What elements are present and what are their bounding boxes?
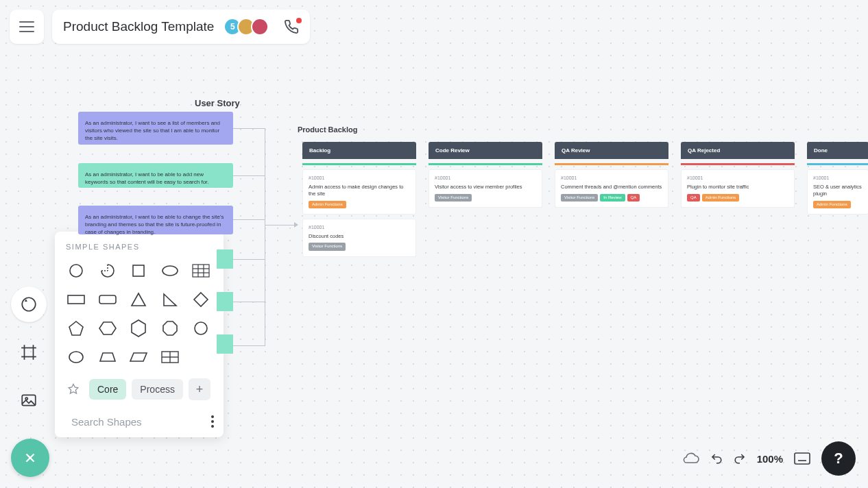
connector-line xyxy=(265,225,296,225)
menu-button[interactable] xyxy=(10,10,44,44)
title-bar: Product Backlog Template 5 xyxy=(52,10,310,44)
pin-icon xyxy=(67,383,80,395)
tag-row: Visitor Functions xyxy=(309,243,410,250)
card-text: SEO & user analytics plugin xyxy=(813,184,863,197)
image-icon xyxy=(20,391,38,409)
pin-button[interactable] xyxy=(63,379,84,400)
column-accent xyxy=(429,163,542,165)
column-header[interactable]: Code Review xyxy=(429,142,542,159)
column-header[interactable]: Backlog xyxy=(302,142,416,159)
redo-button[interactable] xyxy=(734,452,746,465)
keyboard-icon xyxy=(794,452,810,465)
more-options-button[interactable] xyxy=(208,413,217,430)
shape-rectangle[interactable] xyxy=(63,288,89,311)
zoom-level[interactable]: 100% xyxy=(757,453,783,465)
shape-arc[interactable] xyxy=(95,259,121,282)
image-tool[interactable] xyxy=(11,382,47,418)
document-title[interactable]: Product Backlog Template xyxy=(63,19,214,34)
frame-tool[interactable] xyxy=(11,334,47,370)
connector-line xyxy=(233,128,265,129)
keyboard-shortcuts-button[interactable] xyxy=(794,452,810,465)
connector-line xyxy=(233,175,265,176)
card-tag[interactable]: Admin Functions xyxy=(813,201,851,208)
shape-hexagon-vert[interactable] xyxy=(125,317,152,340)
story-card[interactable] xyxy=(217,334,233,354)
undo-icon xyxy=(710,452,723,465)
shape-octagon[interactable] xyxy=(157,317,183,340)
tag-row: Visitor Functions xyxy=(435,194,536,202)
shapes-panel: SIMPLE SHAPES Core Process + xyxy=(55,232,224,437)
help-button[interactable]: ? xyxy=(821,441,856,476)
story-card[interactable] xyxy=(217,292,233,311)
svg-point-23 xyxy=(195,322,207,334)
close-panel-button[interactable] xyxy=(11,439,49,477)
card-tag[interactable]: Visitor Functions xyxy=(435,194,472,202)
card-text: Admin access to make design changes to t… xyxy=(309,184,410,197)
shape-grid[interactable] xyxy=(157,345,183,369)
frame-icon xyxy=(20,343,38,361)
svg-rect-22 xyxy=(99,295,116,304)
column-header[interactable]: Done xyxy=(807,142,868,159)
shape-rounded-rect[interactable] xyxy=(95,288,121,311)
tab-core[interactable]: Core xyxy=(89,379,126,400)
avatar[interactable] xyxy=(251,18,269,36)
sync-button[interactable] xyxy=(682,452,699,465)
shape-trapezoid[interactable] xyxy=(95,345,121,369)
card-tag[interactable]: QA xyxy=(687,194,700,202)
undo-button[interactable] xyxy=(710,452,723,465)
connector-line xyxy=(233,219,265,220)
shape-tabs: Core Process + xyxy=(55,371,224,407)
card-tag[interactable]: QA xyxy=(627,194,640,202)
shape-parallelogram[interactable] xyxy=(125,345,152,369)
shape-ellipse-small[interactable] xyxy=(63,345,89,369)
svg-point-0 xyxy=(22,297,36,311)
board-card[interactable]: #10001Visitor access to view member prof… xyxy=(429,169,542,208)
card-tag[interactable]: Admin Functions xyxy=(309,201,346,208)
shape-triangle[interactable] xyxy=(125,288,152,311)
column-accent xyxy=(807,163,868,165)
board-card[interactable]: #10001Comment threads and @mention comme… xyxy=(555,169,668,208)
column-header[interactable]: QA Review xyxy=(555,142,668,159)
card-tag[interactable]: Visitor Functions xyxy=(561,194,598,202)
column-header[interactable]: QA Rejected xyxy=(681,142,795,159)
shape-diamond[interactable] xyxy=(188,288,214,311)
shape-circle[interactable] xyxy=(63,259,89,282)
shape-square[interactable] xyxy=(125,259,152,282)
story-card[interactable]: As an administrator, I want to see a lis… xyxy=(78,112,233,145)
card-id: #10001 xyxy=(561,175,662,180)
card-text: Comment threads and @mention comments xyxy=(561,184,662,191)
card-tag[interactable]: Visitor Functions xyxy=(309,243,346,250)
card-tag[interactable]: In Review xyxy=(600,194,625,202)
board-card[interactable]: #10001Admin access to make design change… xyxy=(302,169,416,215)
story-card[interactable] xyxy=(217,249,233,269)
close-icon xyxy=(23,450,38,465)
svg-rect-16 xyxy=(193,265,209,277)
shape-pentagon[interactable] xyxy=(63,317,89,340)
shape-table[interactable] xyxy=(188,259,214,282)
shape-ellipse[interactable] xyxy=(157,259,183,282)
add-tab-button[interactable]: + xyxy=(189,378,210,400)
column-accent xyxy=(555,163,668,165)
shapes-tool[interactable] xyxy=(11,286,47,322)
story-card[interactable]: As an administrator, I want to be able t… xyxy=(78,206,233,234)
shape-hexagon[interactable] xyxy=(95,317,121,340)
avatar-stack[interactable]: 5 xyxy=(224,18,269,36)
shapes-grid xyxy=(55,256,224,371)
card-id: #10001 xyxy=(309,225,410,230)
tag-row: Admin Functions xyxy=(813,201,863,208)
card-text: Discount codes xyxy=(309,233,410,240)
board-column: QA Rejected#10001Plugin to monitor site … xyxy=(681,142,795,208)
shape-right-triangle[interactable] xyxy=(157,288,183,311)
card-tag[interactable]: Admin Functions xyxy=(702,194,740,202)
shape-search-input[interactable] xyxy=(71,416,202,428)
svg-rect-30 xyxy=(795,453,810,464)
tab-process[interactable]: Process xyxy=(132,379,183,400)
card-text: Plugin to monitor site traffic xyxy=(687,184,788,191)
story-card[interactable]: As an administrator, I want to be able t… xyxy=(78,163,233,188)
call-button[interactable] xyxy=(284,19,299,34)
board-card[interactable]: #10001SEO & user analytics pluginAdmin F… xyxy=(807,169,868,215)
board-card[interactable]: #10001Plugin to monitor site trafficQAAd… xyxy=(681,169,795,208)
connector-line xyxy=(233,345,265,346)
shape-circle-alt[interactable] xyxy=(188,317,214,340)
board-card[interactable]: #10001Discount codesVisitor Functions xyxy=(302,219,416,257)
